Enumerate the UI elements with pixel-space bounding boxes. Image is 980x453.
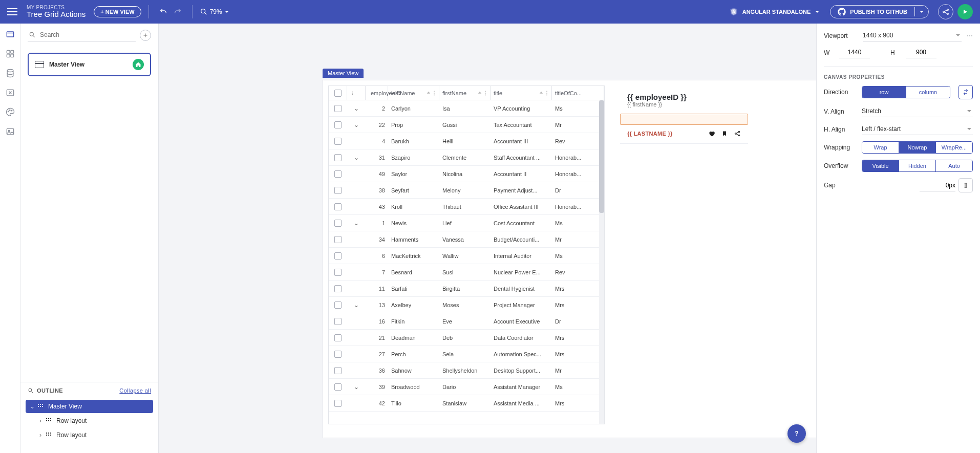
outline-item[interactable]: ›Row layout <box>26 428 153 442</box>
wrap-wrap-button[interactable]: Wrap <box>862 142 899 153</box>
valign-select[interactable]: Stretch <box>862 105 973 117</box>
col-lastname[interactable]: lastName <box>388 86 439 100</box>
table-row[interactable]: 27PerchSelaAutomation Spec...Mrs <box>329 346 604 362</box>
tree-grid[interactable]: employeeID lastName firstName <box>328 85 605 424</box>
card-preview[interactable]: {{ employeeID }} {{ firstName }} {{ LAST… <box>620 88 748 424</box>
row-checkbox[interactable] <box>334 301 342 309</box>
table-row[interactable]: 11SarfatiBirgittaDental HygienistMrs <box>329 281 604 297</box>
preview-button[interactable] <box>957 4 973 19</box>
table-row[interactable]: ⌄13AxelbeyMosesProject ManagerMrs <box>329 297 604 313</box>
chevron-down-icon[interactable]: ⌄ <box>354 154 359 161</box>
viewport-more-icon[interactable]: ⋯ <box>967 32 973 39</box>
overflow-auto-button[interactable]: Auto <box>935 160 972 171</box>
view-card-master[interactable]: Master View <box>28 53 151 76</box>
help-fab[interactable]: ? <box>787 424 806 443</box>
col-titleofcourtesy[interactable]: titleOfCo... <box>552 86 604 100</box>
artboard[interactable]: employeeID lastName firstName <box>323 80 816 438</box>
undo-icon[interactable] <box>158 7 168 17</box>
row-checkbox[interactable] <box>334 187 342 194</box>
table-row[interactable]: 7BesnardSusiNuclear Power E...Rev <box>329 264 604 281</box>
row-checkbox[interactable] <box>334 269 342 276</box>
row-checkbox[interactable] <box>334 236 342 243</box>
halign-select[interactable]: Left / flex-start <box>862 123 973 135</box>
gap-input[interactable] <box>920 180 955 191</box>
height-input[interactable] <box>906 47 936 58</box>
canvas[interactable]: Master View employeeID <box>159 24 816 453</box>
menu-icon[interactable] <box>7 8 17 15</box>
framework-selector[interactable]: ANGULAR STANDALONE <box>726 6 825 18</box>
table-row[interactable]: 38SeyfartMelonyPayment Adjust...Dr <box>329 182 604 199</box>
kebab-icon[interactable] <box>484 91 487 96</box>
row-checkbox[interactable] <box>334 121 342 128</box>
table-row[interactable]: 49SaylorNicolinaAccountant IIHonorab... <box>329 166 604 182</box>
rail-assets-icon[interactable] <box>5 126 16 137</box>
publish-caret[interactable] <box>914 7 928 16</box>
row-checkbox[interactable] <box>334 170 342 178</box>
outline-item[interactable]: ›Row layout <box>26 414 153 427</box>
direction-row-button[interactable]: row <box>862 87 906 98</box>
chevron-down-icon[interactable]: ⌄ <box>354 121 359 128</box>
row-checkbox[interactable] <box>334 105 342 112</box>
rail-components-icon[interactable] <box>5 48 16 59</box>
row-checkbox[interactable] <box>334 252 342 260</box>
kebab-icon[interactable] <box>545 91 548 96</box>
card-selected-slot[interactable] <box>620 114 748 125</box>
row-checkbox[interactable] <box>334 383 342 391</box>
search-input[interactable] <box>39 31 135 39</box>
row-checkbox[interactable] <box>334 138 342 145</box>
overflow-hidden-button[interactable]: Hidden <box>899 160 935 171</box>
table-row[interactable]: ⌄39BroadwoodDarioAssistant ManagerMs <box>329 379 604 395</box>
wrap-wraprev-button[interactable]: WrapRe... <box>935 142 972 153</box>
gap-link-button[interactable] <box>958 178 973 192</box>
overflow-visible-button[interactable]: Visible <box>862 160 899 171</box>
table-row[interactable]: 21DeadmanDebData CoordiatorMrs <box>329 330 604 346</box>
publish-button[interactable]: PUBLISH TO GITHUB <box>830 6 914 18</box>
row-checkbox[interactable] <box>334 285 342 292</box>
outline-item[interactable]: ⌄Master View <box>26 400 153 413</box>
row-checkbox[interactable] <box>334 367 342 374</box>
add-view-button[interactable] <box>140 30 151 41</box>
search-input-wrap[interactable] <box>28 29 136 41</box>
table-row[interactable]: 42TilioStanislawAssistant Media ...Mrs <box>329 395 604 412</box>
scrollbar-thumb[interactable] <box>599 100 604 213</box>
new-view-button[interactable]: + NEW VIEW <box>94 6 141 17</box>
row-checkbox[interactable] <box>334 154 342 161</box>
row-checkbox[interactable] <box>334 400 342 407</box>
table-row[interactable]: 16FitkinEveAccount ExecutiveDr <box>329 313 604 330</box>
swap-axis-button[interactable] <box>958 85 973 99</box>
kebab-icon[interactable] <box>350 91 354 95</box>
collapse-all-link[interactable]: Collapse all <box>119 387 151 394</box>
rail-views-icon[interactable] <box>5 29 16 40</box>
rail-data-icon[interactable] <box>5 68 16 79</box>
table-row[interactable]: ⌄1NewisLiefCost AccountantMs <box>329 215 604 231</box>
table-row[interactable]: ⌄2CarlyonIsaVP AccountingMs <box>329 100 604 117</box>
wrap-nowrap-button[interactable]: Nowrap <box>899 142 935 153</box>
table-row[interactable]: 4BarukhHelliAccountant IIIRev <box>329 133 604 149</box>
row-checkbox[interactable] <box>334 334 342 341</box>
table-row[interactable]: 36SahnowShellysheldonDesktop Support...M… <box>329 362 604 379</box>
kebab-icon[interactable] <box>433 91 436 96</box>
col-firstname[interactable]: firstName <box>439 86 491 100</box>
row-checkbox[interactable] <box>334 351 342 358</box>
table-row[interactable]: ⌄22PropGussiTax AccountantMr <box>329 117 604 133</box>
rail-variables-icon[interactable] <box>5 87 16 98</box>
table-row[interactable]: 43KrollThibautOffice Assistant IIIHonora… <box>329 199 604 215</box>
table-row[interactable]: 34HammentsVanessaBudget/Accounti...Mr <box>329 231 604 248</box>
chevron-down-icon[interactable]: ⌄ <box>354 220 359 227</box>
col-employeeid[interactable]: employeeID <box>366 86 388 100</box>
zoom-control[interactable]: 79% <box>200 8 229 16</box>
table-row[interactable]: 6MacKettrickWalliwInternal AuditorMs <box>329 248 604 264</box>
bookmark-icon[interactable] <box>721 130 728 137</box>
row-checkbox[interactable] <box>334 318 342 325</box>
artboard-label[interactable]: Master View <box>323 69 364 78</box>
table-row[interactable]: ⌄31SzapiroClementeStaff Accountant ...Ho… <box>329 149 604 166</box>
share-button[interactable] <box>938 4 953 19</box>
header-checkbox[interactable] <box>334 90 342 97</box>
col-title[interactable]: title <box>491 86 552 100</box>
viewport-select[interactable]: 1440 x 900 <box>863 30 962 41</box>
row-checkbox[interactable] <box>334 203 342 210</box>
heart-icon[interactable] <box>708 130 715 137</box>
row-checkbox[interactable] <box>334 220 342 227</box>
chevron-down-icon[interactable]: ⌄ <box>354 301 359 309</box>
direction-column-button[interactable]: column <box>906 87 950 98</box>
